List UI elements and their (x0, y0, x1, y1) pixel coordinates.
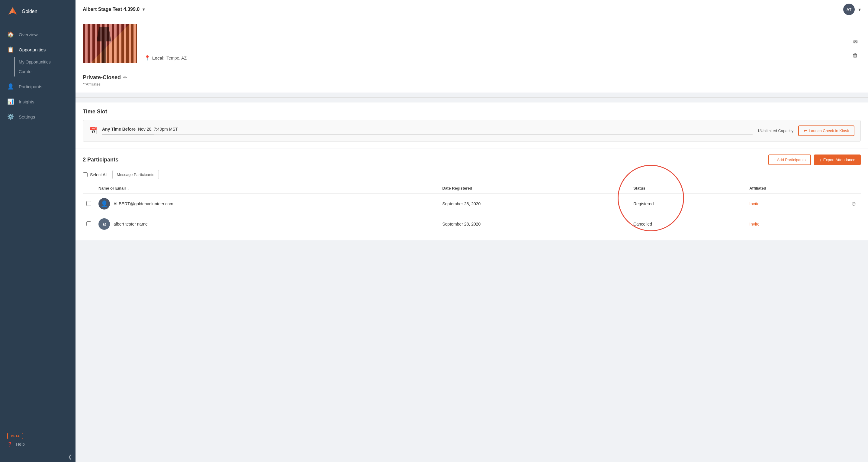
delete-button[interactable]: 🗑 (850, 50, 861, 61)
profile-image (83, 24, 137, 63)
location-value: Tempe, AZ (166, 56, 187, 60)
timeslot-info: Any Time Before Nov 28, 7:40pm MST (102, 127, 753, 135)
topbar-title-area: Albert Stage Test 4.399.0 ▾ (83, 7, 145, 12)
row-date-cell: September 28, 2020 (439, 214, 630, 234)
sidebar-logo-text: Golden (22, 9, 37, 14)
sidebar-item-help-label: Help (16, 442, 25, 446)
row-status-cell: Registered (630, 194, 746, 214)
capacity-text: 1/Unlimited Capacity (757, 128, 794, 133)
participant-avatar: at (98, 218, 110, 230)
participants-icon: 👤 (7, 83, 14, 90)
row-checkbox-cell (83, 194, 95, 214)
sidebar: Golden 🏠 Overview 📋 Opportunities My Opp… (0, 0, 75, 462)
timeslot-progress-bar (102, 134, 753, 135)
sidebar-item-participants[interactable]: 👤 Participants (0, 79, 75, 94)
col-action-header (846, 183, 861, 194)
row-checkbox-cell (83, 214, 95, 234)
profile-info: 📍 Local: Tempe, AZ (144, 55, 843, 63)
help-icon: ❓ (7, 442, 12, 446)
select-all-checkbox[interactable] (83, 172, 88, 177)
calendar-icon: 📋 (7, 46, 14, 53)
sidebar-item-settings-label: Settings (19, 114, 35, 119)
sidebar-item-opportunities-label: Opportunities (19, 47, 45, 52)
col-name-header[interactable]: Name or Email ↓ (95, 183, 439, 194)
row-checkbox[interactable] (86, 221, 91, 226)
chevron-left-icon: ❮ (68, 454, 72, 460)
beta-badge: BETA (7, 433, 23, 439)
timeslot-section: Time Slot 📅 Any Time Before Nov 28, 7:40… (75, 103, 868, 148)
title-dropdown-chevron[interactable]: ▾ (143, 7, 145, 12)
invite-link[interactable]: Invite (749, 201, 759, 206)
sidebar-item-help[interactable]: ❓ Help (7, 442, 68, 446)
affiliates-text: **Affiliates (83, 82, 861, 86)
home-icon: 🏠 (7, 31, 14, 38)
col-date-header: Date Registered (439, 183, 630, 194)
row-remove-cell: ⊖ (846, 194, 861, 214)
participants-table: Name or Email ↓ Date Registered Status (83, 183, 861, 234)
message-participants-button[interactable]: Message Participants (112, 170, 159, 179)
page-title: Albert Stage Test 4.399.0 (83, 7, 140, 12)
sidebar-item-participants-label: Participants (19, 84, 42, 89)
user-menu-chevron[interactable]: ▾ (858, 7, 861, 12)
golden-logo-icon (7, 6, 18, 17)
invite-link[interactable]: Invite (749, 222, 759, 227)
participant-name: ALBERT@goldenvolunteer.com (114, 201, 173, 206)
select-all-label[interactable]: Select All (83, 172, 107, 177)
add-participants-button[interactable]: + Add Participants (768, 154, 811, 165)
table-row: 👤 ALBERT@goldenvolunteer.com September 2… (83, 194, 861, 214)
sidebar-item-insights[interactable]: 📊 Insights (0, 94, 75, 109)
sidebar-item-overview[interactable]: 🏠 Overview (0, 27, 75, 42)
sidebar-sub-menu: My Opportunities Curate (0, 57, 75, 79)
sidebar-bottom: BETA ❓ Help (0, 428, 75, 452)
row-status-cell: Cancelled (630, 214, 746, 234)
row-affiliated-cell: Invite (746, 214, 846, 234)
user-avatar[interactable]: AT (843, 4, 855, 15)
participants-section: 2 Participants + Add Participants ↓ Expo… (75, 148, 868, 240)
participant-avatar: 👤 (98, 198, 110, 209)
edit-visibility-icon[interactable]: ✏ (123, 75, 127, 80)
participant-name: albert tester name (114, 222, 148, 227)
timeslot-title: Time Slot (83, 109, 861, 115)
participants-header: 2 Participants + Add Participants ↓ Expo… (83, 154, 861, 165)
default-avatar-icon: 👤 (100, 200, 108, 207)
timeslot-progress-fill (102, 134, 154, 135)
location-icon: 📍 (144, 55, 150, 61)
participants-actions: + Add Participants ↓ Export Attendance (768, 154, 861, 165)
email-button[interactable]: ✉ (850, 36, 861, 48)
row-checkbox[interactable] (86, 201, 91, 206)
timeslot-label: Any Time Before Nov 28, 7:40pm MST (102, 127, 753, 132)
svg-marker-1 (8, 7, 13, 15)
row-remove-cell (846, 214, 861, 234)
participants-table-body: 👤 ALBERT@goldenvolunteer.com September 2… (83, 194, 861, 234)
settings-icon: ⚙️ (7, 113, 14, 120)
location-row: 📍 Local: Tempe, AZ (144, 55, 843, 61)
visibility-title: Private-Closed ✏ (83, 75, 861, 81)
export-attendance-button[interactable]: ↓ Export Attendance (814, 154, 861, 165)
sidebar-logo: Golden (0, 0, 75, 23)
sidebar-item-settings[interactable]: ⚙️ Settings (0, 109, 75, 124)
profile-image-stripes (83, 24, 137, 63)
sidebar-item-overview-label: Overview (19, 32, 38, 37)
row-date-cell: September 28, 2020 (439, 194, 630, 214)
sidebar-item-curate[interactable]: Curate (19, 67, 75, 77)
export-icon: ↓ (819, 157, 822, 162)
table-header: Name or Email ↓ Date Registered Status (83, 183, 861, 194)
participant-name-cell: 👤 ALBERT@goldenvolunteer.com (98, 198, 435, 209)
col-status-header: Status (630, 183, 746, 194)
sidebar-collapse-button[interactable]: ❮ (0, 452, 75, 462)
profile-section: 📍 Local: Tempe, AZ ✉ 🗑 (75, 19, 868, 68)
participant-name-cell: at albert tester name (98, 218, 435, 230)
sidebar-navigation: 🏠 Overview 📋 Opportunities My Opportunit… (0, 23, 75, 428)
sort-icon: ↓ (128, 186, 130, 190)
sidebar-item-my-opportunities[interactable]: My Opportunities (19, 57, 75, 67)
row-affiliated-cell: Invite (746, 194, 846, 214)
table-row: at albert tester name September 28, 2020… (83, 214, 861, 234)
launch-checkin-kiosk-button[interactable]: ⇌ Launch Check-in Kiosk (798, 125, 855, 136)
topbar: Albert Stage Test 4.399.0 ▾ AT ▾ (75, 0, 868, 19)
sidebar-item-opportunities[interactable]: 📋 Opportunities (0, 42, 75, 57)
remove-participant-button[interactable]: ⊖ (850, 199, 857, 208)
insights-icon: 📊 (7, 98, 14, 105)
main-content: Albert Stage Test 4.399.0 ▾ AT ▾ 📍 Local… (75, 0, 868, 462)
kiosk-icon: ⇌ (804, 128, 807, 133)
row-name-cell: 👤 ALBERT@goldenvolunteer.com (95, 194, 439, 214)
